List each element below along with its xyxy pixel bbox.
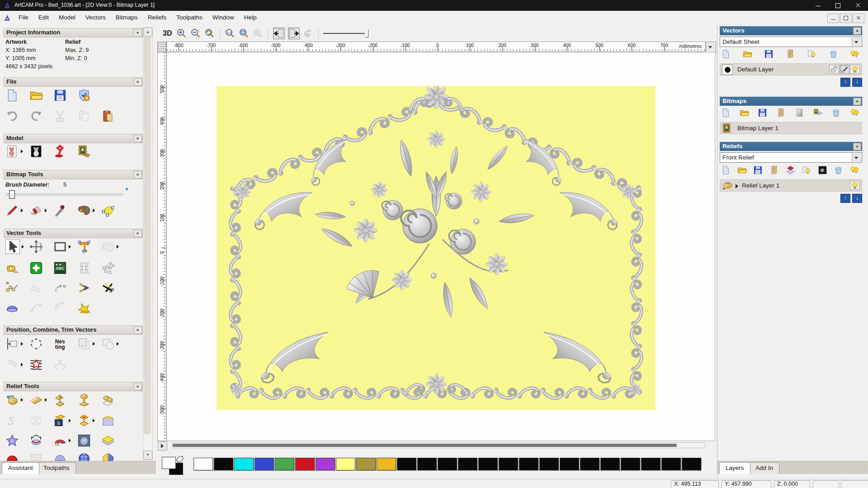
save-relief-icon[interactable] [753,165,763,175]
wrap-icon[interactable] [101,414,115,427]
cut-icon[interactable] [53,109,67,123]
chevron-down-icon[interactable] [852,153,861,162]
palette-swatch[interactable] [214,458,233,470]
relief-clipart-icon[interactable] [77,434,91,447]
flyout-arrow-icon[interactable] [117,342,119,346]
zero-relief-icon[interactable] [29,393,43,407]
sculpt-icon[interactable] [101,393,115,407]
flyout-arrow-icon[interactable] [69,439,71,442]
bitmap-layer-name[interactable]: Bitmap Layer 1 [737,125,778,131]
collapse-icon[interactable] [133,171,142,178]
redo-icon[interactable] [29,109,43,123]
relief-layer-name[interactable]: Relief Layer 1 [742,182,779,189]
show-all-icon[interactable] [850,49,859,59]
collapse-icon[interactable] [133,78,142,86]
snip-icon[interactable] [101,281,115,295]
paint-icon[interactable] [5,204,19,217]
paste-along-curve-icon[interactable] [101,261,115,275]
copy-icon[interactable] [77,109,91,123]
align-icon[interactable] [5,337,19,351]
colour-picker-icon[interactable] [53,204,67,217]
menu-edit[interactable]: Edit [33,11,54,24]
next-view-icon[interactable] [288,28,300,39]
flood-fill-icon[interactable] [29,204,43,217]
flyout-arrow-icon[interactable] [21,209,23,212]
smooth-icon[interactable] [5,414,19,427]
horizontal-scrollbar[interactable] [172,442,705,448]
create-dome-icon[interactable] [5,301,19,314]
shape-pile-icon[interactable] [53,393,67,407]
new-relief-icon[interactable] [721,165,731,175]
menu-help[interactable]: Help [239,11,262,24]
scroll-down-icon[interactable]: ▼ [143,450,152,460]
delete-layer-icon[interactable] [831,108,841,117]
text-block-icon[interactable] [53,261,67,275]
palette-swatch[interactable] [316,458,335,470]
set-model-size-icon[interactable] [5,145,19,158]
palette-swatch[interactable] [417,458,437,470]
flyout-arrow-icon[interactable] [93,209,95,212]
flyout-arrow-icon[interactable] [21,150,23,153]
interlock-icon[interactable] [53,358,67,371]
zoom-fit-icon[interactable] [239,28,250,39]
scroll-up-icon[interactable]: ▲ [143,28,152,37]
palette-swatch[interactable] [255,458,274,470]
dome-blue-icon[interactable] [53,452,67,461]
flyout-arrow-icon[interactable] [21,398,23,402]
zoom-object-icon[interactable] [253,28,264,39]
options-icon[interactable] [77,89,91,102]
flyout-arrow-icon[interactable] [117,245,119,249]
scroll-thumb[interactable] [144,37,151,434]
primary-secondary-colours[interactable] [160,457,187,475]
tab-layers[interactable]: Layers [719,462,750,474]
vector-layer-row[interactable]: Default Layer [720,63,862,75]
chevron-down-icon[interactable] [852,38,861,46]
new-layer-icon[interactable] [721,108,731,117]
preview-icon[interactable] [818,165,827,175]
collapse-icon[interactable] [133,135,142,142]
bitmap-layer-row[interactable]: Bitmap Layer 1 [720,122,862,134]
menu-toolpaths[interactable]: Toolpaths [171,11,208,24]
prev-view-icon[interactable] [273,28,285,39]
save-layer-icon[interactable] [758,108,767,117]
mdi-restore-icon[interactable] [840,14,852,23]
create-arc-icon[interactable] [53,281,67,295]
bevel-icon[interactable] [77,281,91,295]
layer-from-bitmap-icon[interactable] [813,108,823,117]
add-texture-icon[interactable] [77,145,91,158]
palette-swatch[interactable] [397,458,416,470]
weld-icon[interactable] [101,337,115,351]
palette-swatch[interactable] [234,458,254,470]
flyout-arrow-icon[interactable] [69,419,71,422]
menu-bitmaps[interactable]: Bitmaps [111,11,143,24]
star-relief-icon[interactable] [5,434,19,447]
bitmap-to-vector-icon[interactable] [101,204,115,217]
palette-swatch[interactable] [377,458,396,470]
vector-sheet-select[interactable]: Default Sheet [720,37,862,47]
show-all-icon[interactable] [850,108,859,117]
transform-icon[interactable] [29,240,43,253]
delete-sheet-icon[interactable] [829,49,838,59]
palette-swatch[interactable] [661,458,681,470]
create-text-icon[interactable] [77,240,91,253]
palette-swatch[interactable] [478,458,498,470]
zoom-11-icon[interactable] [225,28,236,39]
collapse-icon[interactable] [133,326,142,334]
red-cap-icon[interactable] [5,452,19,461]
paste-layer-icon[interactable] [101,434,115,447]
relief-select[interactable]: Front Relief [720,152,862,163]
open-relief-icon[interactable] [737,165,747,175]
tab-toolpaths[interactable]: Toolpaths [37,462,76,474]
zoom-slider[interactable] [323,29,371,38]
toggle-visible2-icon[interactable] [802,165,811,175]
menu-file[interactable]: File [14,11,33,24]
zoom-out-icon[interactable] [190,28,201,39]
flyout-arrow-icon[interactable] [93,419,95,422]
move-relief-down-icon[interactable]: ↓ [852,194,862,203]
zoom-in-icon[interactable] [176,28,187,39]
relief-book-icon[interactable] [53,414,67,427]
envelope-icon[interactable] [101,240,115,253]
block-paste-icon[interactable] [29,261,43,275]
drawing-canvas[interactable] [166,52,715,441]
show-all2-icon[interactable] [850,165,859,175]
